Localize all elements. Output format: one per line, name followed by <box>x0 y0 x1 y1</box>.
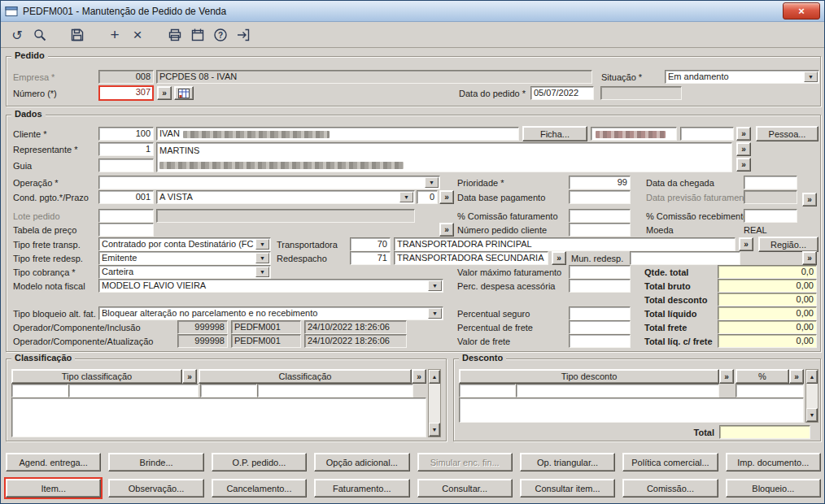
politica-comercial-button[interactable]: Política comercial... <box>622 453 718 471</box>
numero-lookup-button[interactable] <box>174 86 194 100</box>
classificacao-cell[interactable] <box>257 384 413 398</box>
percentual-cell[interactable] <box>736 384 804 398</box>
undo-button[interactable]: ↺ <box>7 25 27 45</box>
opcao-adicional-button[interactable]: Opção adicional... <box>314 453 409 471</box>
prazo-field[interactable]: 0 <box>417 190 438 204</box>
cliente-more-button[interactable]: » <box>736 127 751 141</box>
data-pedido-field[interactable]: 05/07/2022 <box>530 86 594 100</box>
classificacao-grid[interactable] <box>11 398 426 437</box>
perc-seguro-field[interactable] <box>569 306 631 320</box>
scroll-up-icon[interactable]: ▲ <box>806 370 818 384</box>
tipo-classificacao-more-button[interactable]: » <box>182 369 197 384</box>
exit-button[interactable] <box>234 25 253 45</box>
desconto-scrollbar[interactable]: ▲ ▼ <box>805 369 818 423</box>
transportadora-more-button[interactable]: » <box>739 237 753 251</box>
cliente-extra-field[interactable] <box>680 127 734 141</box>
cliente-info-field[interactable] <box>591 127 677 141</box>
tabela-preco-field[interactable] <box>98 223 154 237</box>
transportadora-code-field[interactable]: 70 <box>350 237 391 251</box>
tipo-frete-redesp-select[interactable]: Emitente ▼ <box>98 251 271 265</box>
tipo-desconto-more-button[interactable]: » <box>719 369 734 384</box>
help-button[interactable]: ? <box>211 25 230 45</box>
tipo-bloqueio-select[interactable]: Bloquear alteração no parcelamento e no … <box>98 306 443 320</box>
percentual-more-button[interactable]: » <box>789 369 804 384</box>
consultar-item-button[interactable]: Consultar item... <box>520 479 615 497</box>
tipo-desconto-cell[interactable] <box>516 384 719 398</box>
cliente-name-field[interactable]: IVAN <box>156 127 519 141</box>
classificacao-code-cell[interactable] <box>200 384 257 398</box>
desconto-grid[interactable] <box>459 398 804 423</box>
item-button[interactable]: Item... <box>6 479 101 497</box>
data-chegada-label: Data da chegada <box>646 178 714 188</box>
consultar-button[interactable]: Consultar... <box>417 479 513 497</box>
classificacao-more-button[interactable]: » <box>412 369 426 384</box>
save-button[interactable] <box>68 25 87 45</box>
modelo-nf-select[interactable]: MODELO FLAVIO VIEIRA ▼ <box>98 279 443 293</box>
representante-name-field[interactable]: MARTINS <box>156 142 732 172</box>
imp-documento-button[interactable]: Imp. documento... <box>726 453 821 471</box>
valor-frete-field[interactable] <box>569 334 631 348</box>
pessoa-button[interactable]: Pessoa... <box>756 126 818 141</box>
agend-entrega-button[interactable]: Agend. entrega... <box>6 453 101 471</box>
tabela-preco-more-button[interactable]: » <box>439 223 454 237</box>
op-triangular-button[interactable]: Op. triangular... <box>520 453 615 471</box>
data-previsao-more-button[interactable]: » <box>802 193 817 206</box>
comissao-rec-field[interactable] <box>744 209 797 223</box>
transportadora-name-field[interactable]: TRANSPORTADORA PRINCIPAL <box>394 237 736 251</box>
op-pedido-button[interactable]: O.P. pedido... <box>212 453 307 471</box>
tipo-desconto-code-cell[interactable] <box>459 384 516 398</box>
cond-pgto-more-button[interactable]: » <box>439 190 454 204</box>
guia-field[interactable] <box>98 159 154 172</box>
representante-more-button[interactable]: » <box>736 142 751 156</box>
delete-button[interactable]: × <box>128 25 147 45</box>
guia-more-button[interactable]: » <box>736 158 751 172</box>
scroll-down-icon[interactable]: ▼ <box>806 408 818 422</box>
close-button[interactable]: × <box>783 2 820 20</box>
redespacho-code-field[interactable]: 71 <box>350 251 391 265</box>
perc-despesa-field[interactable] <box>569 279 631 293</box>
add-button[interactable]: + <box>105 25 124 45</box>
classificacao-scrollbar[interactable]: ▲ ▼ <box>428 369 441 437</box>
situacao-select[interactable]: Em andamento ▼ <box>665 70 819 84</box>
cliente-code-field[interactable]: 100 <box>98 127 154 141</box>
operacao-select[interactable]: ▼ <box>98 176 440 189</box>
mun-redesp-field[interactable] <box>630 251 740 265</box>
comissao-fat-field[interactable] <box>569 209 631 223</box>
bloqueio-button[interactable]: Bloqueio... <box>726 479 821 497</box>
data-base-field[interactable] <box>569 190 631 204</box>
cond-pgto-code-field[interactable]: 001 <box>98 190 154 204</box>
search-button[interactable] <box>30 25 50 45</box>
observacao-button[interactable]: Observação... <box>108 479 203 497</box>
numero-field[interactable]: 307 <box>98 85 154 101</box>
faturamento-button[interactable]: Faturamento... <box>314 479 409 497</box>
comissao-button[interactable]: Comissão... <box>622 479 718 497</box>
total-bruto-field: 0,00 <box>718 279 817 293</box>
schedule-button[interactable] <box>188 25 207 45</box>
operacao-label: Operação * <box>13 178 59 188</box>
cancelamento-button[interactable]: Cancelamento... <box>212 479 307 497</box>
tipo-cobranca-select[interactable]: Carteira ▼ <box>98 265 271 279</box>
ficha-button[interactable]: Ficha... <box>522 126 587 141</box>
print-button[interactable] <box>165 25 185 45</box>
representante-code-field[interactable]: 1 <box>98 142 154 156</box>
tipo-classificacao-cell[interactable] <box>68 384 199 398</box>
lote-code-field[interactable] <box>98 209 154 223</box>
data-chegada-field[interactable] <box>744 176 797 189</box>
title-bar[interactable]: PEDFM001 - Manutenção de Pedido de Venda… <box>1 1 824 22</box>
prioridade-field[interactable]: 99 <box>569 176 631 189</box>
brinde-button[interactable]: Brinde... <box>108 453 203 471</box>
redespacho-more-button[interactable]: » <box>552 251 566 265</box>
redespacho-name-field[interactable]: TRANSPORTADORA SECUNDARIA <box>394 251 548 265</box>
cond-pgto-select[interactable]: A VISTA ▼ <box>156 190 415 204</box>
tipo-frete-transp-select[interactable]: Contratado por conta Destinatário (FC ▼ <box>98 237 271 251</box>
window-title: PEDFM001 - Manutenção de Pedido de Venda <box>23 6 226 17</box>
valor-max-fat-field[interactable] <box>569 265 631 279</box>
scroll-down-icon[interactable]: ▼ <box>429 423 440 437</box>
perc-frete-field[interactable] <box>569 320 631 334</box>
scroll-up-icon[interactable]: ▲ <box>429 370 440 384</box>
tipo-classificacao-code-cell[interactable] <box>11 384 68 398</box>
regiao-button[interactable]: Região... <box>758 237 818 252</box>
mun-redesp-more-button[interactable]: » <box>802 251 817 265</box>
num-pedido-cliente-field[interactable] <box>569 223 631 237</box>
numero-more-button[interactable]: » <box>157 86 172 100</box>
